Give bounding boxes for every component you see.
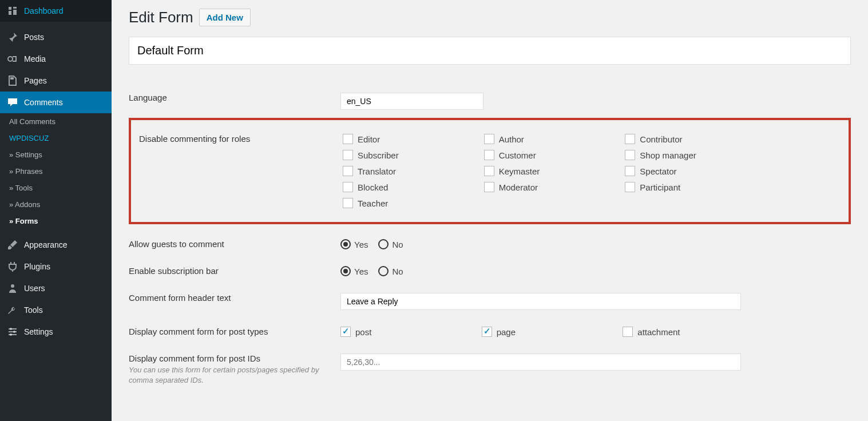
checkbox-input[interactable]: [343, 182, 353, 192]
guests-no-radio[interactable]: No: [378, 239, 403, 249]
role-checkbox[interactable]: Subscriber: [343, 150, 473, 160]
role-checkbox[interactable]: Moderator: [484, 182, 614, 192]
nav-media[interactable]: Media: [0, 48, 112, 70]
checkbox-input[interactable]: [484, 166, 494, 176]
nav-label: Plugins: [24, 262, 50, 271]
post-ids-input[interactable]: [340, 354, 741, 371]
pin-icon: [7, 31, 18, 43]
checkbox-input[interactable]: [625, 150, 635, 160]
svg-point-2: [10, 328, 12, 330]
nav-label: Media: [24, 54, 46, 63]
nav-label: Posts: [24, 33, 44, 42]
dashboard-icon: [7, 5, 18, 17]
nav-label: Comments: [24, 98, 63, 107]
sub-tools[interactable]: » Tools: [0, 180, 112, 196]
add-new-button[interactable]: Add New: [199, 9, 251, 26]
checkbox-input[interactable]: [482, 327, 492, 337]
checkbox-input[interactable]: [343, 134, 353, 144]
post-types-label: Display comment form for post types: [129, 327, 340, 337]
checkbox-input[interactable]: [625, 166, 635, 176]
nav-posts[interactable]: Posts: [0, 26, 112, 48]
nav-admin-tools[interactable]: Tools: [0, 299, 112, 321]
nav-users[interactable]: Users: [0, 277, 112, 299]
nav-settings[interactable]: Settings: [0, 321, 112, 343]
language-input[interactable]: [340, 93, 483, 110]
plug-icon: [7, 261, 18, 272]
checkbox-input[interactable]: [484, 150, 494, 160]
wrench-icon: [7, 304, 18, 316]
role-checkbox[interactable]: Participant: [625, 182, 755, 192]
sub-settings[interactable]: » Settings: [0, 146, 112, 163]
posttype-checkbox[interactable]: post: [340, 327, 470, 337]
disable-roles-label: Disable commenting for roles: [131, 134, 343, 208]
form-title-input[interactable]: [129, 37, 851, 65]
nav-label: Users: [24, 284, 45, 293]
brush-icon: [7, 239, 18, 251]
nav-dashboard[interactable]: Dashboard: [0, 0, 112, 22]
post-ids-hint: You can use this form for certain posts/…: [129, 365, 329, 386]
nav-label: Settings: [24, 327, 53, 336]
language-label: Language: [129, 93, 340, 110]
page-title: Edit Form: [129, 9, 193, 26]
media-icon: [7, 53, 18, 65]
posttype-checkbox[interactable]: attachment: [623, 327, 752, 337]
role-checkbox[interactable]: Shop manager: [625, 150, 755, 160]
checkbox-input[interactable]: [625, 134, 635, 144]
radio-input[interactable]: [378, 266, 389, 276]
roles-grid: Editor Author Contributor Subscriber Cus…: [343, 134, 755, 208]
radio-input[interactable]: [378, 239, 389, 249]
checkbox-input[interactable]: [484, 134, 494, 144]
allow-guests-label: Allow guests to comment: [129, 239, 340, 249]
checkbox-input[interactable]: [340, 327, 351, 337]
comment-icon: [7, 97, 18, 108]
nav-pages[interactable]: Pages: [0, 70, 112, 92]
nav-comments[interactable]: Comments: [0, 92, 112, 113]
checkbox-input[interactable]: [625, 182, 635, 192]
role-checkbox[interactable]: Teacher: [343, 198, 473, 208]
checkbox-input[interactable]: [484, 182, 494, 192]
checkbox-input[interactable]: [343, 166, 353, 176]
nav-plugins[interactable]: Plugins: [0, 256, 112, 277]
nav-label: Appearance: [24, 240, 68, 249]
nav-label: Tools: [24, 305, 43, 315]
role-checkbox[interactable]: Translator: [343, 166, 473, 176]
role-checkbox[interactable]: Editor: [343, 134, 473, 144]
svg-point-3: [13, 331, 15, 333]
guests-yes-radio[interactable]: Yes: [340, 239, 368, 249]
main-content: Edit Form Add New Language Disable comme…: [112, 0, 868, 421]
sub-addons[interactable]: » Addons: [0, 196, 112, 213]
checkbox-input[interactable]: [343, 150, 353, 160]
checkbox-input[interactable]: [623, 327, 633, 337]
header-text-label: Comment form header text: [129, 293, 340, 310]
sub-wpdiscuz[interactable]: WPDISCUZ: [0, 130, 112, 146]
role-checkbox[interactable]: Contributor: [625, 134, 755, 144]
nav-label: Dashboard: [24, 6, 64, 15]
sub-no-radio[interactable]: No: [378, 266, 403, 276]
svg-point-1: [11, 284, 14, 288]
role-checkbox[interactable]: Keymaster: [484, 166, 614, 176]
radio-input[interactable]: [340, 266, 351, 276]
users-icon: [7, 283, 18, 294]
role-checkbox[interactable]: Blocked: [343, 182, 473, 192]
svg-point-0: [8, 57, 13, 61]
post-ids-label: Display comment form for post IDs You ca…: [129, 354, 340, 386]
posttype-checkbox[interactable]: page: [482, 327, 612, 337]
admin-sidebar: Dashboard Posts Media Pages Comments All…: [0, 0, 112, 421]
enable-sub-label: Enable subscription bar: [129, 266, 340, 276]
sub-all-comments[interactable]: All Comments: [0, 113, 112, 130]
nav-label: Pages: [24, 76, 47, 85]
role-checkbox[interactable]: Author: [484, 134, 614, 144]
sub-phrases[interactable]: » Phrases: [0, 163, 112, 180]
nav-appearance[interactable]: Appearance: [0, 234, 112, 256]
radio-input[interactable]: [340, 239, 351, 249]
role-checkbox[interactable]: Spectator: [625, 166, 755, 176]
pages-icon: [7, 75, 18, 86]
sub-forms[interactable]: » Forms: [0, 213, 112, 229]
svg-point-4: [10, 333, 12, 336]
role-checkbox[interactable]: Customer: [484, 150, 614, 160]
header-text-input[interactable]: [340, 293, 741, 310]
sub-yes-radio[interactable]: Yes: [340, 266, 368, 276]
checkbox-input[interactable]: [343, 198, 353, 208]
sliders-icon: [7, 326, 18, 337]
roles-highlight-box: Disable commenting for roles Editor Auth…: [129, 118, 851, 224]
